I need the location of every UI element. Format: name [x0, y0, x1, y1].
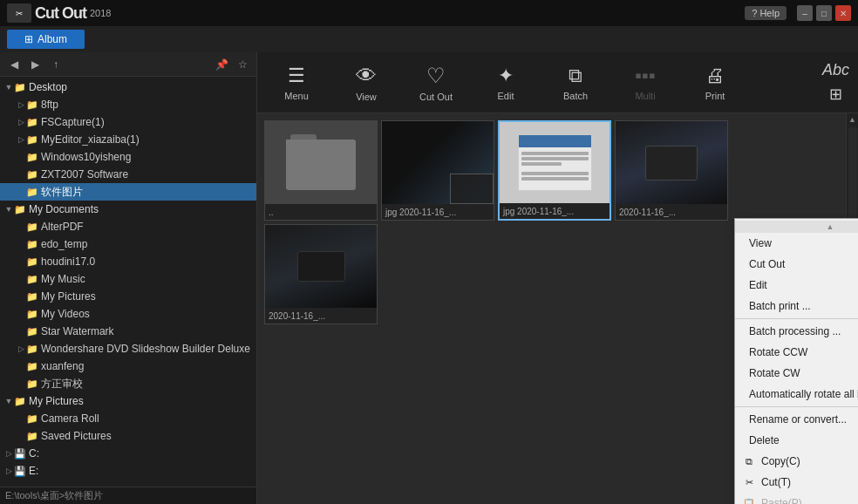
tree-item-wondershare[interactable]: ▷ 📁 Wondershare DVD Slideshow Builder De…	[0, 340, 256, 358]
thumb-folder[interactable]: ..	[264, 120, 378, 221]
scroll-up-arrow[interactable]: ▲	[847, 113, 859, 126]
folder-body	[286, 140, 356, 190]
cutout-button[interactable]: ♡ Cut Out	[405, 57, 466, 109]
thumb-item-4[interactable]: 2020-11-16_...	[264, 224, 378, 324]
back-button[interactable]: ◀	[5, 56, 23, 73]
tree-label-fscapture: FSCapture(1)	[41, 116, 105, 128]
ctx-item-rename-convert[interactable]: Rename or convert...	[735, 409, 858, 430]
ctx-paste-label: Paste(P)	[761, 497, 802, 504]
logo-icon: ✂	[7, 3, 31, 23]
tree-label-star-watermark: Star Watermark	[41, 325, 114, 337]
tree-item-windows10[interactable]: 📁 Windows10yisheng	[0, 148, 256, 166]
ctx-item-rotate-ccw[interactable]: Rotate CCW	[735, 342, 858, 363]
ctx-item-auto-rotate[interactable]: Automatically rotate all by EXIF tag	[735, 384, 858, 405]
bookmark-button[interactable]: ☆	[234, 56, 251, 73]
tree-label-houdini: houdini17.0	[41, 255, 95, 268]
ctx-item-view[interactable]: View	[735, 233, 858, 254]
help-icon: ?	[752, 8, 757, 18]
tree-item-houdini[interactable]: 📁 houdini17.0	[0, 253, 256, 270]
ctx-scroll-up[interactable]: ▲	[735, 221, 858, 233]
tree-item-fscapture[interactable]: ▷ 📁 FSCapture(1)	[0, 113, 256, 131]
tree-item-edo-temp[interactable]: 📁 edo_temp	[0, 235, 256, 253]
thumb-img-4	[265, 225, 377, 308]
ctx-item-edit[interactable]: Edit	[735, 275, 858, 296]
grid-button[interactable]: ⊞	[829, 85, 842, 104]
folder-icon: 📁	[26, 273, 38, 285]
tree-item-fang-zheng[interactable]: 📁 方正审校	[0, 375, 256, 392]
view-button[interactable]: 👁 View	[336, 57, 397, 109]
tree-item-8ftp[interactable]: ▷ 📁 8ftp	[0, 96, 256, 113]
print-icon: 🖨	[705, 65, 725, 87]
tree-item-saved-pictures[interactable]: 📁 Saved Pictures	[0, 427, 256, 445]
ctx-separator-2	[735, 406, 858, 407]
folder-icon: 📁	[26, 290, 38, 303]
folder-icon: 📁	[26, 151, 38, 163]
tree-item-my-music[interactable]: 📁 My Music	[0, 270, 256, 288]
expand-arrow	[16, 361, 26, 371]
ctx-item-cutout[interactable]: Cut Out	[735, 254, 858, 275]
tree-item-star-watermark[interactable]: 📁 Star Watermark	[0, 323, 256, 340]
maximize-button[interactable]: □	[816, 5, 832, 21]
tree-item-zxt2007[interactable]: 📁 ZXT2007 Software	[0, 166, 256, 183]
edit-button[interactable]: ✦ Edit	[475, 57, 536, 109]
expand-arrow	[16, 378, 26, 389]
tree-item-my-videos[interactable]: 📁 My Videos	[0, 305, 256, 323]
tree-item-my-pictures[interactable]: 📁 My Pictures	[0, 288, 256, 305]
folder-icon: 📁	[26, 343, 38, 355]
batch-button[interactable]: ⧉ Batch	[545, 57, 606, 109]
tree-label-edo-temp: edo_temp	[41, 238, 87, 250]
tree-item-my-pictures-2[interactable]: ▼ 📁 My Pictures	[0, 392, 256, 410]
multi-label: Multi	[635, 91, 655, 101]
album-button[interactable]: ⊞ Album	[7, 30, 85, 49]
thumb-item-3[interactable]: 2020-11-16_...	[615, 120, 728, 221]
ctx-item-paste[interactable]: 📋 Paste(P)	[735, 493, 858, 504]
album-label: Album	[37, 33, 67, 45]
dialog-line	[521, 157, 589, 160]
ctx-copy-label: Copy(C)	[761, 455, 800, 467]
tree-label-c-drive: C:	[29, 447, 39, 460]
expand-arrow	[16, 413, 26, 424]
ctx-item-batch-processing[interactable]: Batch processing ...	[735, 321, 858, 342]
tree-item-software-pics[interactable]: 📁 软件图片	[0, 183, 256, 201]
logo-year: 2018	[90, 8, 111, 18]
tree-item-desktop[interactable]: ▼ 📁 Desktop	[0, 78, 256, 96]
up-button[interactable]: ↑	[47, 56, 65, 73]
tree-item-alterpdf[interactable]: 📁 AlterPDF	[0, 218, 256, 235]
tree-item-e-drive[interactable]: ▷ 💾 E:	[0, 462, 256, 480]
main-content: ☰ Menu 👁 View ♡ Cut Out ✦ Edit ⧉ Batch ▪…	[257, 52, 858, 504]
minimize-button[interactable]: –	[797, 5, 813, 21]
tree-item-myeditor[interactable]: ▷ 📁 MyEditor_xiazaiba(1)	[0, 131, 256, 148]
tree-label-windows10: Windows10yisheng	[41, 151, 131, 163]
main-layout: ◀ ▶ ↑ 📌 ☆ ▼ 📁 Desktop ▷ 📁 8ftp ▷ 📁 FSCap	[0, 52, 858, 504]
thumb-img-3	[616, 121, 727, 204]
cut-icon: ✂	[742, 477, 756, 488]
pin-button[interactable]: 📌	[213, 56, 230, 73]
tree-item-camera-roll[interactable]: 📁 Camera Roll	[0, 410, 256, 427]
forward-button[interactable]: ▶	[26, 56, 44, 73]
copy-icon: ⧉	[742, 456, 756, 467]
help-button[interactable]: ? Help	[745, 6, 786, 20]
print-button[interactable]: 🖨 Print	[684, 57, 746, 109]
thumb-img-1	[382, 121, 494, 204]
thumb-item-1[interactable]: jpg 2020-11-16_...	[381, 120, 494, 221]
tree-item-c-drive[interactable]: ▷ 💾 C:	[0, 445, 256, 462]
folder-icon: 📁	[26, 430, 38, 442]
thumb-item-2[interactable]: jpg 2020-11-16_...	[498, 120, 611, 221]
ctx-item-rotate-cw[interactable]: Rotate CW	[735, 363, 858, 384]
context-menu: ▲ View Cut Out Edit Batch print ... Batc…	[734, 218, 858, 504]
folder-icon: 📁	[26, 255, 38, 268]
ctx-item-cut[interactable]: ✂ Cut(T)	[735, 472, 858, 493]
thumb-dialog-lines	[519, 147, 591, 185]
expand-arrow	[16, 274, 26, 284]
close-button[interactable]: ✕	[835, 5, 851, 21]
ctx-item-copy[interactable]: ⧉ Copy(C)	[735, 451, 858, 472]
tree-item-my-documents[interactable]: ▼ 📁 My Documents	[0, 201, 256, 218]
ctx-item-delete[interactable]: Delete	[735, 430, 858, 451]
toolbar-right: Abc ⊞	[822, 61, 849, 104]
menu-button[interactable]: ☰ Menu	[266, 57, 327, 109]
ctx-item-batch-print[interactable]: Batch print ...	[735, 296, 858, 317]
abc-button[interactable]: Abc	[822, 61, 849, 79]
view-icon: 👁	[356, 64, 377, 88]
tree-item-xuanfeng[interactable]: 📁 xuanfeng	[0, 358, 256, 375]
expand-arrow	[16, 152, 26, 162]
